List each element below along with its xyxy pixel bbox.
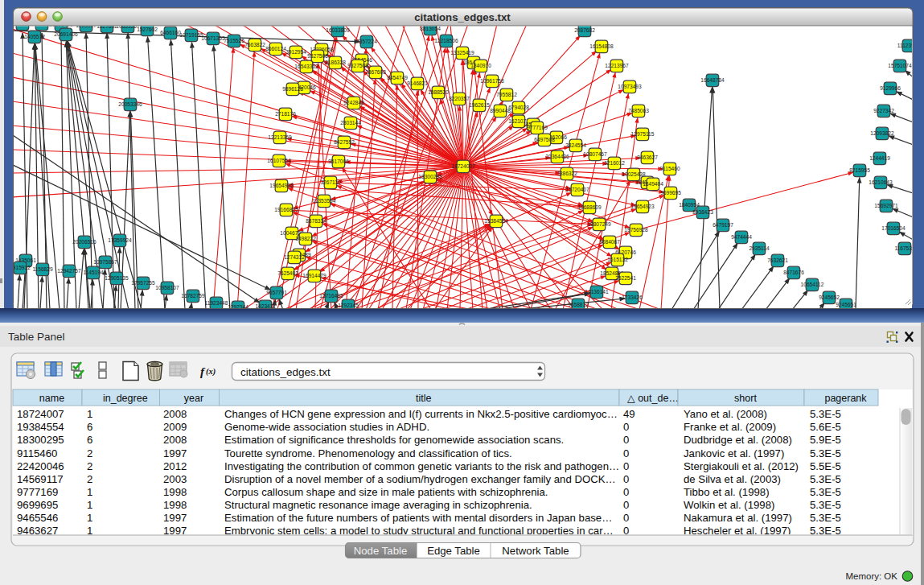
svg-text:14136141: 14136141 — [585, 289, 609, 295]
svg-text:16154808: 16154808 — [589, 43, 614, 49]
svg-text:7886322: 7886322 — [556, 171, 577, 176]
svg-text:de Silva et al. (2003): de Silva et al. (2003) — [684, 473, 781, 485]
svg-text:19384554: 19384554 — [17, 421, 64, 433]
svg-text:15720407: 15720407 — [565, 187, 589, 192]
svg-text:1156829: 1156829 — [32, 266, 53, 272]
svg-text:2008: 2008 — [163, 408, 187, 420]
svg-text:6466160: 6466160 — [160, 30, 181, 35]
svg-text:20053346: 20053346 — [118, 101, 142, 107]
svg-text:8990448: 8990448 — [490, 108, 511, 113]
svg-text:2867608: 2867608 — [365, 69, 386, 75]
svg-text:10671355: 10671355 — [201, 35, 225, 41]
svg-text:9465546: 9465546 — [17, 512, 58, 524]
svg-text:7625402: 7625402 — [277, 270, 298, 276]
svg-text:1998: 1998 — [163, 499, 187, 511]
svg-text:9242848: 9242848 — [343, 100, 364, 105]
svg-text:1997: 1997 — [163, 512, 187, 524]
svg-text:16107554: 16107554 — [267, 158, 291, 163]
svg-text:9115460: 9115460 — [659, 166, 680, 171]
svg-text:Changes of HCN gene expression: Changes of HCN gene expression and I(f) … — [224, 408, 618, 420]
svg-text:Estimation of the future numbe: Estimation of the future numbers of pati… — [224, 512, 612, 524]
svg-text:Stergiakouli et al. (2012): Stergiakouli et al. (2012) — [684, 460, 799, 472]
svg-text:8471676: 8471676 — [783, 270, 804, 275]
svg-text:6479197: 6479197 — [713, 222, 733, 228]
svg-text:Structural magnetic resonance: Structural magnetic resonance image aver… — [224, 499, 532, 511]
svg-text:1733426: 1733426 — [622, 295, 643, 300]
svg-text:19384554: 19384554 — [484, 218, 508, 224]
svg-text:6: 6 — [87, 434, 92, 446]
svg-text:12942757: 12942757 — [57, 268, 81, 274]
svg-text:9474444: 9474444 — [731, 234, 752, 240]
svg-text:7663822: 7663822 — [244, 42, 265, 47]
svg-text:12213967: 12213967 — [605, 63, 629, 68]
svg-text:9327508: 9327508 — [347, 63, 368, 68]
svg-text:1145194: 1145194 — [83, 270, 104, 275]
svg-text:9245651: 9245651 — [836, 302, 856, 307]
svg-text:1998: 1998 — [163, 486, 187, 498]
svg-text:10719155: 10719155 — [179, 32, 203, 38]
svg-text:1997: 1997 — [163, 447, 187, 459]
svg-text:19654923: 19654923 — [630, 204, 655, 209]
svg-text:10654112: 10654112 — [801, 282, 824, 287]
svg-text:9115460: 9115460 — [17, 447, 57, 459]
svg-text:Node Table: Node Table — [354, 545, 407, 557]
svg-text:Wolkin et al. (1998): Wolkin et al. (1998) — [684, 499, 774, 511]
svg-text:Edge Table: Edge Table — [427, 545, 480, 557]
svg-text:Genome‑wide association studie: Genome‑wide association studies in ADHD. — [224, 421, 429, 433]
svg-text:2522541: 2522541 — [615, 275, 636, 281]
svg-text:15716485: 15716485 — [319, 293, 343, 299]
svg-text:1: 1 — [87, 408, 92, 420]
svg-text:5.9E‑5: 5.9E‑5 — [810, 434, 841, 446]
svg-text:2803144: 2803144 — [340, 120, 361, 126]
svg-text:1: 1 — [87, 499, 92, 511]
svg-text:(x): (x) — [206, 367, 216, 377]
svg-text:20206516: 20206516 — [72, 239, 97, 245]
svg-text:8186328: 8186328 — [325, 60, 346, 65]
svg-text:15751074: 15751074 — [888, 63, 912, 68]
svg-text:8215955: 8215955 — [849, 167, 870, 173]
svg-text:18300295: 18300295 — [17, 434, 64, 446]
svg-text:Table Panel: Table Panel — [8, 331, 65, 343]
svg-text:Yano et al. (2008): Yano et al. (2008) — [684, 408, 767, 420]
svg-text:9084067: 9084067 — [599, 239, 620, 245]
svg-text:9146821: 9146821 — [407, 80, 428, 86]
svg-text:19654985: 19654985 — [269, 183, 294, 188]
svg-text:10688609: 10688609 — [577, 204, 602, 210]
svg-text:name: name — [39, 393, 64, 404]
svg-text:Network Table: Network Table — [502, 545, 569, 557]
svg-text:6216012: 6216012 — [604, 160, 625, 166]
svg-text:7955812: 7955812 — [496, 92, 517, 97]
svg-text:1840954: 1840954 — [679, 202, 700, 208]
svg-text:2: 2 — [87, 447, 92, 459]
svg-text:9517006: 9517006 — [328, 159, 349, 164]
svg-text:9227342: 9227342 — [873, 108, 894, 113]
svg-text:20691406: 20691406 — [54, 31, 78, 37]
svg-text:5.5E‑5: 5.5E‑5 — [810, 460, 841, 472]
svg-text:8427552: 8427552 — [334, 139, 355, 145]
svg-text:10973493: 10973493 — [618, 84, 642, 89]
svg-text:1527602: 1527602 — [137, 27, 158, 32]
svg-text:12213369: 12213369 — [268, 134, 292, 140]
svg-text:Jankovic et al. (1997): Jankovic et al. (1997) — [684, 447, 784, 459]
svg-text:11923448: 11923448 — [205, 300, 228, 306]
svg-text:12905135: 12905135 — [105, 275, 129, 281]
svg-text:5.3E‑5: 5.3E‑5 — [810, 512, 841, 524]
svg-text:2009: 2009 — [163, 421, 187, 433]
svg-text:1292345: 1292345 — [338, 303, 359, 308]
svg-text:2718176: 2718176 — [275, 111, 296, 117]
svg-text:0: 0 — [623, 447, 629, 459]
svg-text:10975867: 10975867 — [93, 259, 117, 265]
svg-text:8220357: 8220357 — [449, 96, 470, 101]
svg-text:2: 2 — [87, 473, 92, 485]
svg-text:12093822: 12093822 — [870, 130, 894, 136]
svg-text:△ out_de…: △ out_de… — [627, 393, 679, 404]
svg-text:8454749: 8454749 — [387, 75, 408, 80]
svg-text:10961758: 10961758 — [480, 78, 504, 84]
svg-text:18300295: 18300295 — [418, 174, 442, 179]
svg-text:1840910: 1840910 — [470, 63, 491, 68]
svg-text:9245652: 9245652 — [819, 295, 840, 300]
svg-text:0: 0 — [623, 421, 629, 433]
svg-text:18724007: 18724007 — [17, 408, 64, 420]
svg-text:2087682: 2087682 — [574, 27, 595, 33]
svg-text:20364436: 20364436 — [545, 154, 569, 159]
